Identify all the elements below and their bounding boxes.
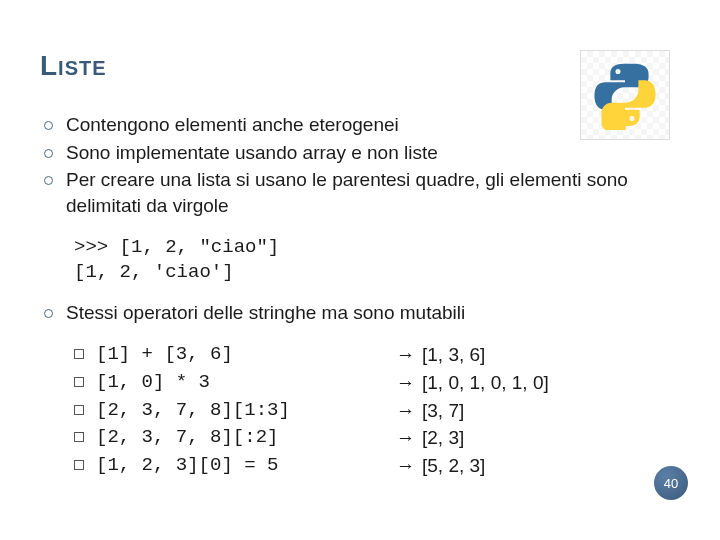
example-result: [1, 3, 6] [422,341,485,369]
example-expr: [1, 2, 3][0] = 5 [96,452,396,480]
mid-bullet-list: Stessi operatori delle stringhe ma sono … [40,300,680,326]
page-number: 40 [654,466,688,500]
arrow-icon: → [396,341,422,369]
example-row: [2, 3, 7, 8][:2] → [2, 3] [74,424,680,452]
code-example: >>> [1, 2, "ciao"] [1, 2, 'ciao'] [74,235,680,286]
example-row: [1, 2, 3][0] = 5 → [5, 2, 3] [74,452,680,480]
arrow-icon: → [396,424,422,452]
example-result: [5, 2, 3] [422,452,485,480]
arrow-icon: → [396,397,422,425]
example-result: [1, 0, 1, 0, 1, 0] [422,369,549,397]
top-bullets: Contengono elementi anche eterogenei Son… [40,112,680,219]
bullet-item: Sono implementate usando array e non lis… [40,140,680,166]
example-expr: [2, 3, 7, 8][1:3] [96,397,396,425]
example-result: [3, 7] [422,397,464,425]
example-expr: [2, 3, 7, 8][:2] [96,424,396,452]
example-row: [1, 0] * 3 → [1, 0, 1, 0, 1, 0] [74,369,680,397]
arrow-icon: → [396,452,422,480]
examples-list: [1] + [3, 6] → [1, 3, 6] [1, 0] * 3 → [1… [74,341,680,479]
bullet-item: Per creare una lista si usano le parente… [40,167,680,218]
bullet-item: Stessi operatori delle stringhe ma sono … [40,300,680,326]
example-expr: [1, 0] * 3 [96,369,396,397]
bullet-item: Contengono elementi anche eterogenei [40,112,680,138]
example-result: [2, 3] [422,424,464,452]
arrow-icon: → [396,369,422,397]
example-expr: [1] + [3, 6] [96,341,396,369]
example-row: [1] + [3, 6] → [1, 3, 6] [74,341,680,369]
example-row: [2, 3, 7, 8][1:3] → [3, 7] [74,397,680,425]
